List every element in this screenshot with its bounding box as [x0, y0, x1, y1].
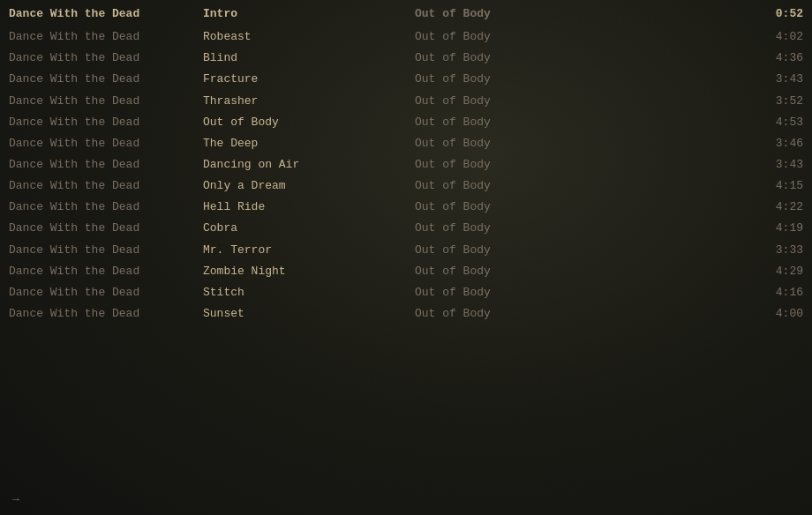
- track-title: Only a Dream: [203, 177, 415, 195]
- track-artist: Dance With the Dead: [9, 156, 203, 174]
- table-row[interactable]: Dance With the DeadCobraOut of Body4:19: [0, 218, 812, 239]
- track-duration: 4:16: [750, 284, 803, 302]
- track-artist: Dance With the Dead: [9, 135, 203, 153]
- track-title: Dancing on Air: [203, 156, 415, 174]
- track-album: Out of Body: [415, 242, 556, 259]
- track-duration: 4:19: [750, 220, 803, 237]
- track-artist: Dance With the Dead: [9, 114, 203, 131]
- track-spacer: [556, 198, 750, 216]
- header-album: Out of Body: [415, 5, 556, 23]
- track-title: Cobra: [203, 220, 415, 237]
- track-spacer: [556, 284, 750, 302]
- table-row[interactable]: Dance With the DeadMr. TerrorOut of Body…: [0, 240, 812, 261]
- track-duration: 4:15: [750, 177, 803, 195]
- header-duration: 0:52: [750, 5, 803, 23]
- track-spacer: [556, 220, 750, 237]
- header-artist: Dance With the Dead: [9, 5, 203, 23]
- track-duration: 3:52: [750, 93, 803, 110]
- track-artist: Dance With the Dead: [9, 93, 203, 110]
- track-duration: 3:43: [750, 156, 803, 174]
- track-album: Out of Body: [415, 135, 556, 153]
- track-spacer: [556, 135, 750, 153]
- track-title: Blind: [203, 49, 415, 67]
- track-artist: Dance With the Dead: [9, 28, 203, 46]
- track-duration: 4:22: [750, 198, 803, 216]
- track-title: Zombie Night: [203, 263, 415, 280]
- track-album: Out of Body: [415, 93, 556, 110]
- track-album: Out of Body: [415, 263, 556, 280]
- track-album: Out of Body: [415, 284, 556, 302]
- track-spacer: [556, 28, 750, 46]
- track-artist: Dance With the Dead: [9, 71, 203, 88]
- track-title: Sunset: [203, 305, 415, 323]
- track-duration: 4:02: [750, 28, 803, 46]
- track-spacer: [556, 49, 750, 67]
- track-duration: 3:33: [750, 242, 803, 259]
- track-spacer: [556, 156, 750, 174]
- table-row[interactable]: Dance With the DeadFractureOut of Body3:…: [0, 69, 812, 90]
- table-row[interactable]: Dance With the DeadOnly a DreamOut of Bo…: [0, 175, 812, 197]
- track-duration: 3:43: [750, 71, 803, 88]
- track-title: Hell Ride: [203, 198, 415, 216]
- track-title: Thrasher: [203, 93, 415, 110]
- table-row[interactable]: Dance With the DeadBlindOut of Body4:36: [0, 48, 812, 69]
- track-artist: Dance With the Dead: [9, 49, 203, 67]
- table-row[interactable]: Dance With the DeadHell RideOut of Body4…: [0, 197, 812, 218]
- track-title: The Deep: [203, 135, 415, 153]
- table-row[interactable]: Dance With the DeadRobeastOut of Body4:0…: [0, 26, 812, 48]
- track-title: Mr. Terror: [203, 242, 415, 259]
- track-spacer: [556, 71, 750, 88]
- track-title: Out of Body: [203, 114, 415, 131]
- track-spacer: [556, 93, 750, 110]
- track-album: Out of Body: [415, 156, 556, 174]
- track-artist: Dance With the Dead: [9, 198, 203, 216]
- track-list-header: Dance With the Dead Intro Out of Body 0:…: [0, 4, 812, 26]
- track-spacer: [556, 114, 750, 131]
- table-row[interactable]: Dance With the DeadDancing on AirOut of …: [0, 154, 812, 175]
- track-album: Out of Body: [415, 177, 556, 195]
- track-duration: 3:46: [750, 135, 803, 153]
- track-artist: Dance With the Dead: [9, 305, 203, 323]
- table-row[interactable]: Dance With the DeadThrasherOut of Body3:…: [0, 91, 812, 112]
- track-list: Dance With the Dead Intro Out of Body 0:…: [0, 0, 812, 325]
- footer-arrow: →: [12, 493, 19, 506]
- track-artist: Dance With the Dead: [9, 242, 203, 259]
- track-spacer: [556, 263, 750, 280]
- track-title: Fracture: [203, 71, 415, 88]
- header-title: Intro: [203, 5, 415, 23]
- track-album: Out of Body: [415, 49, 556, 67]
- track-spacer: [556, 177, 750, 195]
- table-row[interactable]: Dance With the DeadZombie NightOut of Bo…: [0, 261, 812, 282]
- table-row[interactable]: Dance With the DeadThe DeepOut of Body3:…: [0, 133, 812, 154]
- track-artist: Dance With the Dead: [9, 284, 203, 302]
- track-album: Out of Body: [415, 305, 556, 323]
- track-album: Out of Body: [415, 198, 556, 216]
- track-artist: Dance With the Dead: [9, 177, 203, 195]
- track-album: Out of Body: [415, 220, 556, 237]
- track-artist: Dance With the Dead: [9, 220, 203, 237]
- track-duration: 4:36: [750, 49, 803, 67]
- track-duration: 4:29: [750, 263, 803, 280]
- track-spacer: [556, 242, 750, 259]
- track-artist: Dance With the Dead: [9, 263, 203, 280]
- track-album: Out of Body: [415, 28, 556, 46]
- track-duration: 4:53: [750, 114, 803, 131]
- track-album: Out of Body: [415, 71, 556, 88]
- table-row[interactable]: Dance With the DeadSunsetOut of Body4:00: [0, 303, 812, 325]
- track-duration: 4:00: [750, 305, 803, 323]
- table-row[interactable]: Dance With the DeadStitchOut of Body4:16: [0, 282, 812, 303]
- track-title: Robeast: [203, 28, 415, 46]
- table-row[interactable]: Dance With the DeadOut of BodyOut of Bod…: [0, 112, 812, 133]
- header-spacer: [556, 5, 750, 23]
- track-title: Stitch: [203, 284, 415, 302]
- track-spacer: [556, 305, 750, 323]
- track-album: Out of Body: [415, 114, 556, 131]
